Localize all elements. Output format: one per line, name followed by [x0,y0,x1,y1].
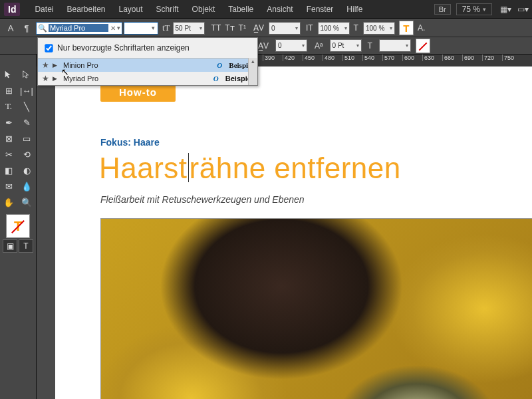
direct-select-tool[interactable] [18,66,35,82]
font-row-minion[interactable]: ★ ▶ Minion Pro O Beispiel [38,59,257,72]
ruler-tick: 720 [482,55,502,61]
ruler-tick: 630 [422,55,442,61]
eyedropper-tool[interactable]: 💧 [18,178,35,194]
tracking2-icon: A̲V [258,41,269,51]
article-title[interactable]: Haarsträhne entfernen [99,152,401,185]
horizontal-scale-field[interactable]: 100 % [363,22,395,35]
font-row-myriad[interactable]: ★ ▶ Myriad Pro O Beispiel [38,72,257,85]
favorite-star-icon[interactable]: ★ [42,74,53,83]
vertical-scale-value: 100 % [321,25,339,32]
font-family-value[interactable] [49,24,108,32]
formatting-text-icon[interactable]: T [19,239,33,253]
focus-heading: Fokus: Haare [100,137,160,148]
ruler-tick: 750 [502,55,522,61]
favorite-star-icon[interactable]: ★ [42,61,53,70]
formatting-container-icon[interactable]: ▣ [3,239,17,253]
document-canvas[interactable]: How-to Fokus: Haare Haarsträhne entferne… [37,66,532,399]
superscript-icon[interactable]: T¹ [239,23,246,33]
page-tool[interactable]: ⊞ [0,82,17,98]
type-tool[interactable]: T. [0,98,17,114]
scrollbar[interactable] [248,58,257,85]
screen-mode-icon[interactable]: ▦▾ [500,5,511,14]
ruler-tick: 420 [283,55,303,61]
kerning-field[interactable]: 0 [269,22,301,35]
baseline-icon: Aª [315,41,323,51]
note-tool[interactable]: ✉ [0,178,17,194]
pencil-tool[interactable]: ✎ [18,114,35,130]
stroke-swatch[interactable] [416,39,430,53]
font-filter-checkbox[interactable] [45,44,53,52]
chevron-down-icon[interactable]: ▾ [117,25,120,31]
control-panel: A ¶ 🔍 ✕ ▾ tT 50 Pt TT Tᴛ T¹ A̲V 0 IT 100… [0,19,532,37]
font-family-input[interactable]: 🔍 ✕ ▾ [36,22,122,35]
menu-bearbeiten[interactable]: Bearbeiten [60,5,112,14]
vertical-scale-icon: IT [306,23,313,33]
tracking-field[interactable]: 0 [275,39,307,52]
arrange-icon[interactable]: ▭▾ [517,5,528,14]
search-icon: 🔍 [38,24,47,33]
character-panel-icon[interactable]: A [4,21,17,35]
selection-tool[interactable] [0,66,17,82]
menu-fenster[interactable]: Fenster [300,5,340,14]
ruler-tick: 480 [323,55,342,61]
ruler-tick: 510 [342,55,362,61]
paragraph-panel-icon[interactable]: ¶ [20,21,33,35]
gap-tool[interactable]: |↔| [18,82,35,98]
gradient-feather-tool[interactable]: ◐ [18,162,35,178]
text-caret [188,153,189,182]
rect-frame-tool[interactable]: ⊠ [0,130,17,146]
menu-hilfe[interactable]: Hilfe [340,5,369,14]
bridge-chip[interactable]: Br [434,4,451,15]
menu-objekt[interactable]: Objekt [186,5,222,14]
font-size-field[interactable]: 50 Pt [173,22,205,35]
menu-schrift[interactable]: Schrift [150,5,186,14]
menu-datei[interactable]: Datei [28,5,60,14]
tracking-icon: A̲V [253,23,264,33]
font-name: Myriad Pro [61,74,213,82]
article-image [100,218,532,399]
scissors-tool[interactable]: ✂ [0,146,17,162]
zoom-tool[interactable]: 🔍 [18,194,35,210]
menu-tabelle[interactable]: Tabelle [221,5,260,14]
expand-icon[interactable]: ▶ [53,62,61,68]
skew-icon: T [368,41,372,51]
title-part-a: Haarst [99,152,188,184]
fill-swatch[interactable]: T [399,21,414,35]
ruler-tick: 660 [442,55,462,61]
vertical-scale-field[interactable]: 100 % [318,22,350,35]
menu-bar: Id Datei Bearbeiten Layout Schrift Objek… [0,0,532,19]
baseline-field[interactable]: 0 Pt [330,39,362,52]
fill-stroke-proxy[interactable]: T [6,214,30,238]
line-tool[interactable]: ╲ [18,98,35,114]
horizontal-scale-icon: T [354,23,358,33]
menu-layout[interactable]: Layout [112,5,150,14]
font-filter-row[interactable]: Nur bevorzugte Schriftarten anzeigen [38,38,257,58]
pen-tool[interactable]: ✒ [0,114,17,130]
font-dropdown-panel: Nur bevorzugte Schriftarten anzeigen ★ ▶… [37,37,258,86]
tracking-value: 0 [278,42,282,49]
font-size-value: 50 Pt [176,25,191,32]
gradient-tool[interactable]: ◧ [0,162,17,178]
expand-icon[interactable]: ▶ [53,75,61,82]
allcaps-icon[interactable]: TT [211,23,221,33]
page: How-to Fokus: Haare Haarsträhne entferne… [55,66,532,399]
menu-ansicht[interactable]: Ansicht [260,5,299,14]
ruler-tick: 570 [382,55,402,61]
horizontal-scale-value: 100 % [366,25,384,32]
clear-icon[interactable]: ✕ [110,25,116,32]
opentype-icon: O [213,74,225,82]
skew-field[interactable] [379,39,411,52]
zoom-select[interactable]: 75 % [456,3,492,15]
tools-panel: ⊞ |↔| T. ╲ ✒ ✎ ⊠ ▭ ✂ ⟲ ◧ ◐ ✉ 💧 ✋ 🔍 T ▣ T [0,55,37,399]
rect-tool[interactable]: ▭ [18,130,35,146]
hand-tool[interactable]: ✋ [0,194,17,210]
font-list: ★ ▶ Minion Pro O Beispiel ★ ▶ Myriad Pro… [38,58,257,85]
smallcaps-icon[interactable]: Tᴛ [225,23,234,33]
char-style-icon[interactable]: A. [418,23,425,33]
font-style-select[interactable] [124,22,158,35]
title-part-b: rähne entfernen [190,152,401,184]
zoom-value: 75 % [462,5,480,14]
transform-tool[interactable]: ⟲ [18,146,35,162]
font-size-icon: tT [162,23,170,33]
font-filter-label: Nur bevorzugte Schriftarten anzeigen [57,43,190,53]
